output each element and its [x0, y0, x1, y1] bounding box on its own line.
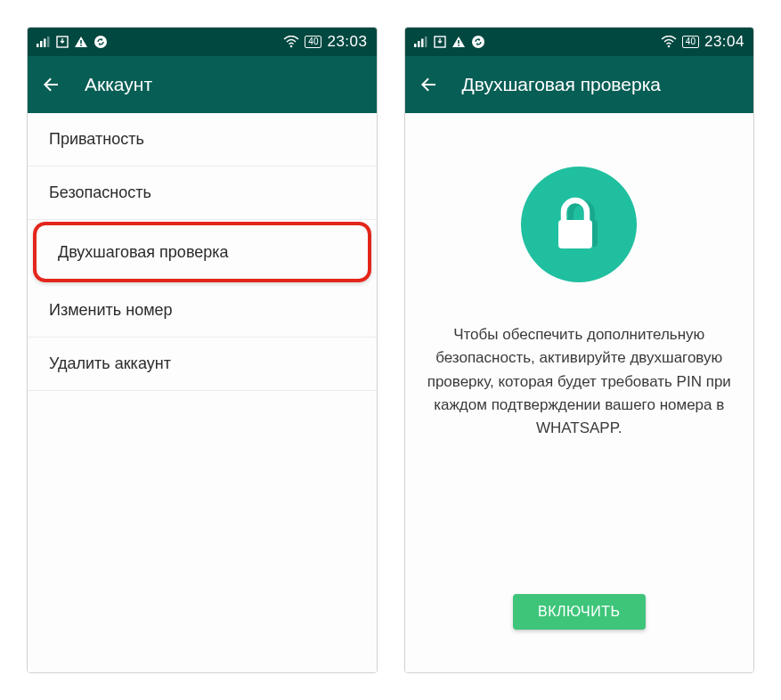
svg-point-8	[290, 45, 293, 48]
svg-rect-11	[421, 39, 424, 48]
svg-rect-2	[44, 39, 46, 48]
menu-item-delete-account[interactable]: Удалить аккаунт	[28, 338, 377, 391]
app-bar: Двухшаговая проверка	[405, 56, 754, 113]
menu-item-security[interactable]: Безопасность	[28, 167, 377, 220]
battery-icon: 40	[682, 36, 699, 48]
svg-point-16	[472, 36, 484, 48]
battery-icon: 40	[305, 36, 321, 48]
svg-rect-6	[80, 45, 82, 46]
two-step-verification-screen: 40 23:04 Двухшаговая проверка Чтобы обес…	[404, 27, 755, 673]
status-bar: 40 23:03	[28, 28, 377, 56]
svg-rect-1	[40, 41, 43, 47]
back-button[interactable]	[40, 74, 61, 95]
menu-item-change-number[interactable]: Изменить номер	[28, 284, 377, 338]
two-step-description: Чтобы обеспечить дополнительную безопасн…	[427, 323, 733, 441]
svg-rect-0	[37, 44, 39, 47]
download-icon	[434, 36, 446, 48]
svg-rect-10	[418, 41, 420, 47]
menu-item-privacy[interactable]: Приватность	[28, 113, 377, 167]
signal-icon	[37, 37, 51, 47]
svg-rect-14	[458, 40, 460, 44]
svg-point-17	[668, 45, 671, 48]
back-button[interactable]	[418, 74, 439, 95]
svg-rect-3	[47, 37, 50, 47]
warning-icon	[452, 36, 466, 48]
svg-rect-5	[80, 40, 82, 44]
lock-icon	[521, 167, 637, 282]
sync-icon	[471, 35, 485, 49]
svg-rect-15	[458, 45, 460, 46]
svg-rect-19	[558, 220, 592, 248]
app-bar: Аккаунт	[28, 56, 377, 113]
signal-icon	[414, 37, 428, 47]
page-title: Двухшаговая проверка	[462, 74, 661, 95]
menu-item-two-step[interactable]: Двухшаговая проверка	[33, 222, 371, 282]
wifi-icon	[661, 36, 677, 48]
wifi-icon	[283, 36, 299, 48]
enable-button[interactable]: ВКЛЮЧИТЬ	[513, 594, 646, 630]
svg-point-7	[94, 36, 107, 48]
warning-icon	[74, 36, 88, 48]
download-icon	[56, 36, 69, 48]
clock: 23:04	[704, 33, 744, 51]
svg-rect-9	[414, 44, 417, 47]
account-settings-screen: 40 23:03 Аккаунт Приватность Безопасност…	[27, 27, 378, 673]
svg-rect-12	[425, 37, 427, 47]
status-bar: 40 23:04	[405, 28, 754, 56]
clock: 23:03	[327, 33, 367, 51]
sync-icon	[94, 35, 108, 49]
page-title: Аккаунт	[85, 74, 152, 95]
